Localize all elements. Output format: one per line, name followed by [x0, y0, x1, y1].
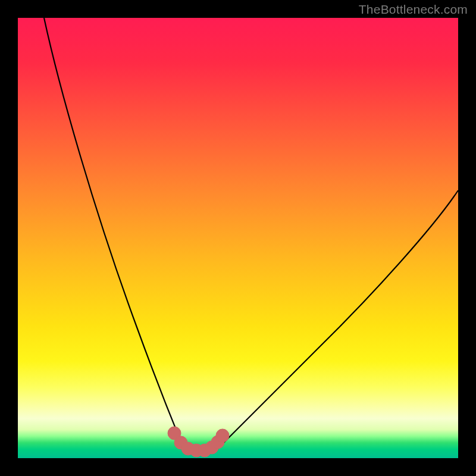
marker-beads-group	[168, 427, 229, 457]
curve-right	[219, 190, 458, 447]
curve-left	[44, 18, 183, 447]
chart-svg	[18, 18, 458, 458]
marker-bead	[216, 429, 229, 442]
chart-frame: TheBottleneck.com	[0, 0, 476, 476]
watermark-text: TheBottleneck.com	[359, 2, 468, 17]
chart-plot-area	[18, 18, 458, 458]
